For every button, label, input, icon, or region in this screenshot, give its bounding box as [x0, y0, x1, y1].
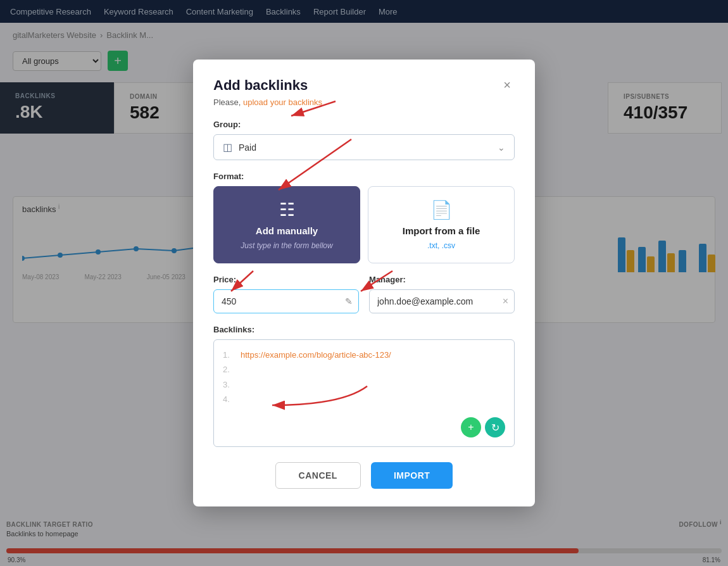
price-input[interactable] [213, 289, 359, 313]
group-dropdown[interactable]: ◫ Paid ⌄ [213, 134, 515, 160]
backlinks-line-3: 3. [223, 377, 505, 392]
price-manager-row: Price: ✎ Manager: × [213, 275, 515, 313]
backlinks-box[interactable]: 1. https://example.com/blog/article-abc-… [213, 339, 515, 447]
manager-label: Manager: [369, 275, 515, 284]
folder-icon: ◫ [223, 141, 232, 153]
modal-title: Add backlinks [213, 77, 308, 94]
backlinks-action-icons: + ↻ [461, 417, 505, 437]
add-backlink-button[interactable]: + [461, 417, 481, 437]
refresh-backlink-button[interactable]: ↻ [485, 417, 505, 437]
backlinks-line-2: 2. [223, 362, 505, 377]
line-num-3: 3. [223, 377, 235, 392]
backlinks-line-1: 1. https://example.com/blog/article-abc-… [223, 348, 505, 362]
format-import-title: Import from a file [403, 225, 480, 236]
group-field: Group: ◫ Paid ⌄ [213, 120, 515, 160]
group-label: Group: [213, 120, 515, 129]
chevron-down-icon: ⌄ [498, 142, 505, 153]
edit-icon: ✎ [345, 296, 353, 306]
backlink-url-1: https://example.com/blog/article-abc-123… [241, 348, 391, 362]
line-num-1: 1. [223, 348, 235, 362]
add-backlinks-modal: Add backlinks × Please, upload your back… [193, 60, 535, 506]
group-value: Paid [239, 142, 256, 153]
manager-input[interactable] [369, 289, 515, 313]
manager-input-wrapper: × [369, 289, 515, 313]
modal-header: Add backlinks × [213, 77, 515, 94]
manager-field: Manager: × [369, 275, 515, 313]
modal-subtitle: Please, upload your backlinks [213, 97, 515, 107]
import-button[interactable]: IMPORT [371, 462, 453, 489]
backlinks-label: Backlinks: [213, 325, 515, 334]
format-import-card[interactable]: 📄 Import from a file .txt, .csv [368, 186, 515, 263]
price-field: Price: ✎ [213, 275, 359, 313]
modal-close-button[interactable]: × [499, 77, 515, 92]
line-num-4: 4. [223, 392, 235, 406]
upload-link[interactable]: upload your backlinks [243, 97, 322, 107]
format-label: Format: [213, 172, 515, 181]
format-import-sub: .txt, .csv [427, 241, 455, 250]
format-cards: ☷ Add manually Just type in the form bel… [213, 186, 515, 263]
format-manual-card[interactable]: ☷ Add manually Just type in the form bel… [213, 186, 360, 263]
clear-icon[interactable]: × [503, 296, 508, 307]
backlinks-field: Backlinks: 1. https://example.com/blog/a… [213, 325, 515, 447]
backlinks-line-4: 4. [223, 392, 505, 406]
line-num-2: 2. [223, 362, 235, 377]
modal-footer: CANCEL IMPORT [213, 462, 515, 489]
subtitle-static: Please, [213, 97, 243, 107]
format-field: Format: ☷ Add manually Just type in the … [213, 172, 515, 263]
format-manual-sub: Just type in the form bellow [241, 241, 332, 250]
import-file-icon: 📄 [430, 199, 453, 220]
price-input-wrapper: ✎ [213, 289, 359, 313]
group-dropdown-left: ◫ Paid [223, 141, 256, 153]
cancel-button[interactable]: CANCEL [275, 462, 361, 489]
format-manual-title: Add manually [256, 225, 318, 236]
price-label: Price: [213, 275, 359, 284]
manual-icon: ☷ [279, 199, 295, 220]
